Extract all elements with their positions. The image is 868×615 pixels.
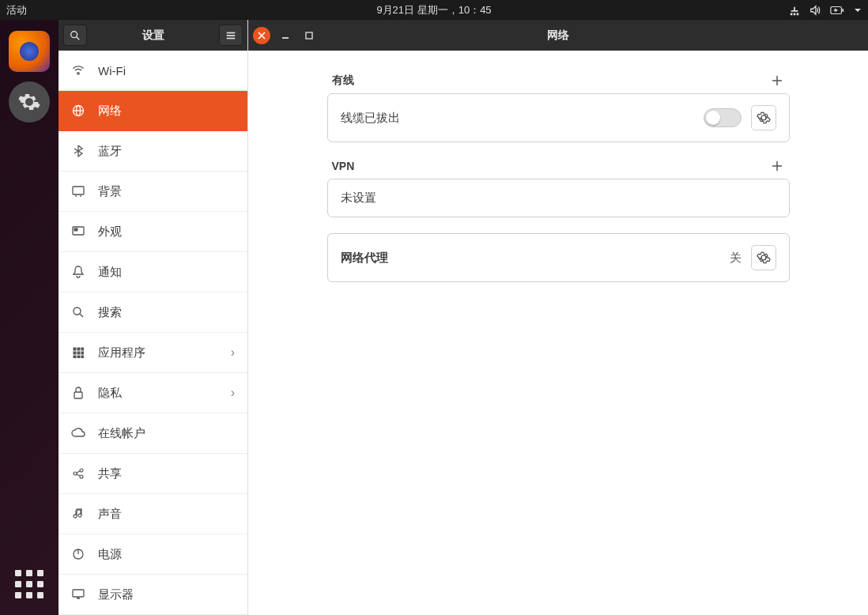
sidebar: 设置 Wi-Fi 网络 蓝牙 背景 [58,20,248,615]
proxy-row[interactable]: 网络代理 关 [328,234,789,281]
hamburger-icon [225,30,236,41]
dock [0,20,58,615]
svg-point-13 [74,308,81,315]
lock-icon [71,387,85,399]
add-vpn-button[interactable] [769,158,785,174]
sidebar-item-sound[interactable]: 声音 [58,494,247,534]
svg-point-2 [71,31,77,37]
hamburger-menu-button[interactable] [219,25,243,46]
sidebar-item-background[interactable]: 背景 [58,172,247,212]
power-icon [71,548,85,560]
vpn-status-label: 未设置 [341,191,376,206]
svg-point-27 [80,475,83,478]
sidebar-item-wifi[interactable]: Wi-Fi [58,51,247,91]
svg-line-3 [77,36,80,40]
apps-icon [71,347,85,358]
network-icon [789,5,800,16]
search-button[interactable] [63,25,87,46]
vpn-section: VPN 未设置 [327,158,790,217]
content-pane: 网络 有线 线缆已拔出 [248,20,868,615]
vpn-heading: VPN [332,160,355,172]
sidebar-item-label: 电源 [98,547,122,562]
svg-rect-17 [81,348,84,350]
sidebar-item-sharing[interactable]: 共享 [58,454,247,494]
dock-settings-icon[interactable] [9,81,50,123]
maximize-icon [304,31,314,40]
svg-point-26 [80,469,83,472]
sidebar-item-online-accounts[interactable]: 在线帐户 [58,413,247,454]
plus-icon [772,160,783,172]
svg-rect-22 [77,356,80,358]
sidebar-item-label: 共享 [98,466,122,481]
globe-icon [71,104,85,117]
dock-firefox-icon[interactable] [9,31,50,72]
svg-rect-18 [74,352,76,354]
svg-rect-23 [81,356,84,358]
sidebar-item-displays[interactable]: 显示器 [58,575,247,615]
content-body: 有线 线缆已拔出 [248,51,868,615]
sidebar-title: 设置 [92,28,214,43]
window-close-button[interactable] [253,27,270,44]
battery-icon [830,5,844,16]
settings-window: 设置 Wi-Fi 网络 蓝牙 背景 [58,20,868,615]
sidebar-item-notifications[interactable]: 通知 [58,252,247,292]
svg-rect-6 [227,37,236,39]
svg-line-14 [80,314,83,317]
activities-button[interactable]: 活动 [6,3,27,17]
wired-status-label: 线缆已拔出 [341,111,400,126]
sidebar-item-network[interactable]: 网络 [58,91,247,131]
sidebar-item-search[interactable]: 搜索 [58,292,247,333]
sidebar-item-label: 通知 [98,265,122,280]
svg-rect-32 [306,32,312,39]
sidebar-item-label: 声音 [98,507,122,522]
cloud-icon [71,428,85,439]
wired-section: 有线 线缆已拔出 [327,73,790,142]
add-wired-button[interactable] [769,73,785,89]
proxy-status-label: 关 [730,251,742,266]
volume-icon [810,5,821,16]
sidebar-item-label: 应用程序 [98,345,145,360]
proxy-heading: 网络代理 [341,251,388,266]
sidebar-item-bluetooth[interactable]: 蓝牙 [58,131,247,172]
svg-rect-24 [74,392,82,398]
svg-rect-20 [81,352,84,354]
svg-rect-16 [77,348,80,350]
appearance-icon [71,226,85,237]
svg-rect-21 [74,356,76,358]
bluetooth-icon [71,145,85,157]
sidebar-item-privacy[interactable]: 隐私 › [58,373,247,413]
wired-row: 线缆已拔出 [328,94,789,141]
sidebar-item-label: 网络 [98,104,122,119]
content-title: 网络 [547,28,569,43]
status-area[interactable] [789,5,862,16]
svg-rect-5 [227,35,236,36]
proxy-section: 网络代理 关 [327,233,790,282]
sidebar-item-applications[interactable]: 应用程序 › [58,333,247,373]
sidebar-item-label: 隐私 [98,386,122,401]
sidebar-item-appearance[interactable]: 外观 [58,212,247,252]
wired-toggle[interactable] [704,108,742,127]
proxy-settings-button[interactable] [751,245,776,270]
bell-icon [71,266,85,278]
window-minimize-button[interactable] [277,27,294,44]
sidebar-item-label: 显示器 [98,587,134,602]
sidebar-item-label: Wi-Fi [98,64,126,77]
svg-rect-12 [74,228,77,231]
svg-rect-19 [77,352,80,354]
sidebar-item-power[interactable]: 电源 [58,534,247,575]
content-header: 网络 [248,20,868,51]
wired-settings-button[interactable] [751,105,776,130]
show-applications-button[interactable] [13,568,46,601]
display-icon [71,589,85,600]
svg-rect-1 [842,9,843,12]
background-icon [71,186,85,197]
plus-icon [772,75,783,86]
minimize-icon [281,31,290,40]
wifi-icon [71,64,85,77]
svg-point-25 [74,472,77,475]
window-maximize-button[interactable] [300,27,318,44]
chevron-right-icon: › [231,386,235,400]
clock[interactable]: 9月21日 星期一，10：45 [376,3,491,17]
share-icon [71,467,85,480]
chevron-down-icon [854,6,862,14]
